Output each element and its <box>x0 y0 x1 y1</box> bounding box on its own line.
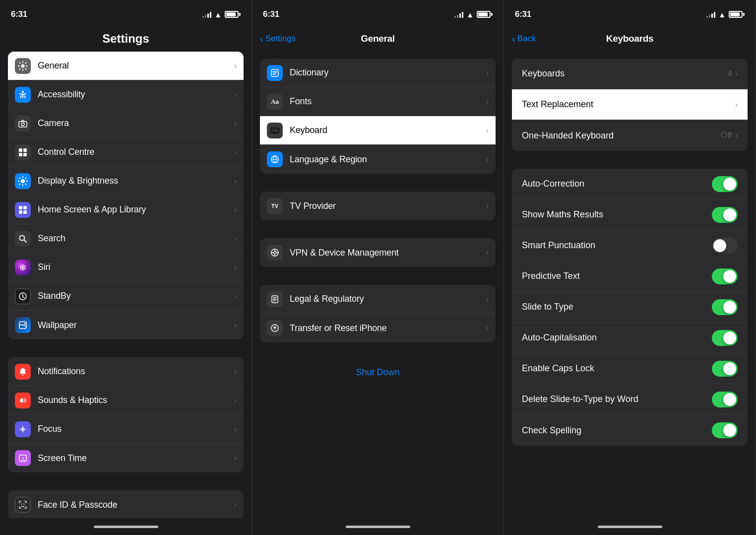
p3-auto-capitalisation-row[interactable]: Auto-Capitalisation <box>512 323 748 353</box>
p3-text-replacement-label: Text Replacement <box>522 99 735 110</box>
status-time-3: 6:31 <box>515 9 531 19</box>
general-item-tv[interactable]: TV TV Provider › <box>260 192 496 220</box>
settings-item-sounds[interactable]: Sounds & Haptics › <box>8 386 244 415</box>
legal-chevron: › <box>486 295 489 304</box>
p3-predictive-text-row[interactable]: Predictive Text <box>512 261 748 292</box>
p3-one-handed-row[interactable]: One-Handed Keyboard Off › <box>512 120 748 151</box>
p3-keyboards-value: 4 <box>727 69 732 79</box>
svg-point-15 <box>22 266 24 268</box>
tv-label: TV Provider <box>290 201 483 211</box>
settings-list-scroll[interactable]: General › Accessibility › <box>0 52 252 518</box>
settings-item-camera[interactable]: Camera › <box>8 109 244 138</box>
p3-keyboards-row[interactable]: Keyboards 4 › <box>512 59 748 89</box>
screen-time-chevron: › <box>234 454 237 463</box>
general-back-button[interactable]: ‹ Settings <box>260 34 296 44</box>
p3-one-handed-chevron: › <box>735 131 738 140</box>
battery-icon-2 <box>477 11 493 18</box>
settings-list-3: Face ID & Passcode › <box>8 490 244 518</box>
p3-show-maths-row[interactable]: Show Maths Results <box>512 200 748 230</box>
signal-icon-3 <box>706 11 715 18</box>
settings-item-display[interactable]: Display & Brightness › <box>8 167 244 196</box>
svg-rect-10 <box>23 206 27 209</box>
wifi-icon-3: ▲ <box>718 10 726 19</box>
settings-item-general[interactable]: General › <box>8 52 244 80</box>
settings-item-siri[interactable]: Siri › <box>8 253 244 282</box>
general-item-language[interactable]: Language & Region › <box>260 145 496 174</box>
fonts-chevron: › <box>486 97 489 106</box>
general-scroll[interactable]: Dictionary › Aa Fonts › Keyboard <box>252 52 504 518</box>
camera-chevron: › <box>234 119 237 128</box>
keyboards-scroll[interactable]: Keyboards 4 › Text Replacement › One-Han… <box>504 52 756 518</box>
settings-item-wallpaper[interactable]: Wallpaper › <box>8 311 244 339</box>
general-chevron: › <box>234 62 237 70</box>
wifi-icon-1: ▲ <box>214 10 222 19</box>
sounds-label: Sounds & Haptics <box>38 395 231 405</box>
settings-item-home-screen[interactable]: Home Screen & App Library › <box>8 196 244 224</box>
p3-delete-slide-row[interactable]: Delete Slide-to-Type by Word <box>512 384 748 415</box>
general-nav: ‹ Settings General <box>252 26 504 52</box>
settings-item-notifications[interactable]: Notifications › <box>8 357 244 386</box>
p3-auto-correction-row[interactable]: Auto-Correction <box>512 169 748 200</box>
signal-icon-2 <box>454 11 463 18</box>
keyboards-back-button[interactable]: ‹ Back <box>512 34 536 44</box>
general-item-legal[interactable]: Legal & Regulatory › <box>260 285 496 314</box>
p3-check-spelling-row[interactable]: Check Spelling <box>512 415 748 446</box>
vpn-chevron: › <box>486 248 489 257</box>
general-back-label: Settings <box>265 34 296 44</box>
p3-text-replacement-row[interactable]: Text Replacement › <box>512 89 748 120</box>
general-item-transfer[interactable]: Transfer or Reset iPhone › <box>260 314 496 342</box>
home-indicator-1 <box>0 518 252 535</box>
transfer-icon <box>267 320 283 336</box>
show-maths-toggle[interactable] <box>712 207 738 223</box>
settings-item-control-centre[interactable]: Control Centre › <box>8 138 244 167</box>
slide-to-type-toggle[interactable] <box>712 299 738 315</box>
display-label: Display & Brightness <box>38 176 231 186</box>
settings-list: General › Accessibility › <box>8 52 244 339</box>
siri-label: Siri <box>38 262 231 272</box>
predictive-text-toggle[interactable] <box>712 268 738 284</box>
p3-slide-to-type-row[interactable]: Slide to Type <box>512 292 748 323</box>
svg-point-1 <box>22 91 24 93</box>
enable-caps-lock-toggle[interactable] <box>712 361 738 377</box>
delete-slide-toggle[interactable] <box>712 392 738 407</box>
settings-item-standby[interactable]: StandBy › <box>8 282 244 311</box>
svg-rect-2 <box>19 122 27 127</box>
general-item-fonts[interactable]: Aa Fonts › <box>260 87 496 116</box>
screen-time-icon <box>15 450 31 466</box>
auto-capitalisation-toggle[interactable] <box>712 330 738 346</box>
general-item-keyboard[interactable]: Keyboard › <box>260 116 496 145</box>
p3-smart-punctuation-row[interactable]: Smart Punctuation <box>512 230 748 261</box>
status-bar-1: 6:31 ▲ <box>0 0 252 26</box>
p3-enable-caps-lock-row[interactable]: Enable Caps Lock <box>512 353 748 384</box>
p3-predictive-text-label: Predictive Text <box>522 271 712 281</box>
dictionary-icon <box>267 65 283 81</box>
general-item-vpn[interactable]: VPN & Device Management › <box>260 238 496 267</box>
smart-punctuation-toggle[interactable] <box>712 238 738 254</box>
keyboards-panel: 6:31 ▲ ‹ Back Keyboards <box>504 0 756 535</box>
search-chevron: › <box>234 234 237 243</box>
keyboards-nav-title: Keyboards <box>606 33 654 44</box>
general-item-dictionary[interactable]: Dictionary › <box>260 59 496 87</box>
settings-item-screen-time[interactable]: Screen Time › <box>8 444 244 472</box>
check-spelling-toggle[interactable] <box>712 422 738 438</box>
settings-item-focus[interactable]: Focus › <box>8 415 244 444</box>
display-icon <box>15 173 31 189</box>
settings-item-search[interactable]: Search › <box>8 224 244 253</box>
face-id-icon <box>15 497 31 513</box>
standby-chevron: › <box>234 292 237 301</box>
p3-auto-correction-label: Auto-Correction <box>522 179 712 189</box>
svg-rect-9 <box>19 206 22 209</box>
p3-auto-capitalisation-label: Auto-Capitalisation <box>522 333 712 343</box>
svg-point-27 <box>274 252 276 254</box>
standby-icon <box>15 288 31 304</box>
p3-text-replacement-chevron: › <box>735 100 738 109</box>
auto-correction-toggle[interactable] <box>712 176 738 192</box>
keyboards-top-section: Keyboards 4 › Text Replacement › One-Han… <box>512 59 748 151</box>
home-screen-label: Home Screen & App Library <box>38 204 231 215</box>
shut-down-button[interactable]: Shut Down <box>252 357 504 388</box>
svg-point-21 <box>24 504 25 505</box>
settings-item-accessibility[interactable]: Accessibility › <box>8 80 244 109</box>
settings-item-face-id[interactable]: Face ID & Passcode › <box>8 490 244 518</box>
control-centre-label: Control Centre <box>38 147 231 157</box>
settings-title: Settings <box>102 32 149 46</box>
